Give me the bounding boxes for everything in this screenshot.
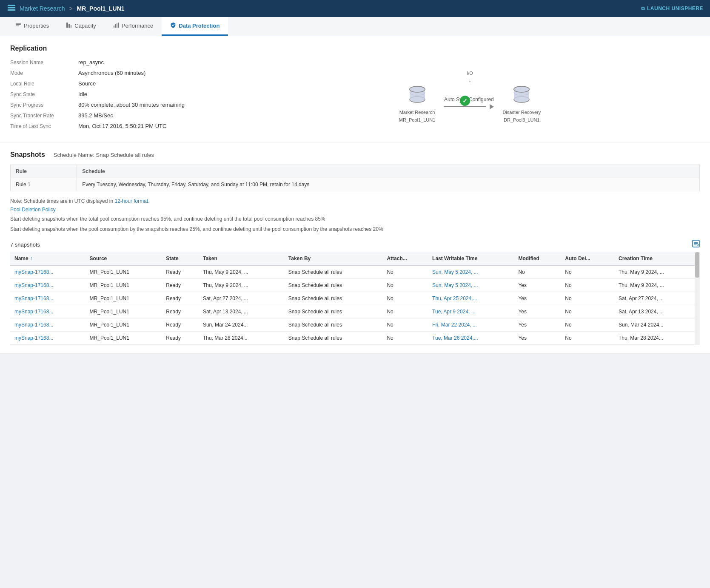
tab-performance[interactable]: Performance <box>105 17 162 36</box>
launch-label: LAUNCH UNISPHERE <box>647 6 703 11</box>
data-table-header-creation-time: Creation Time <box>614 252 700 266</box>
snap-source-cell: MR_Pool1_LUN1 <box>86 332 162 345</box>
top-bar: Market Research > MR_Pool1_LUN1 ⧉ LAUNCH… <box>0 0 710 17</box>
snapshots-header: Snapshots Schedule Name: Snap Schedule a… <box>10 151 700 159</box>
breadcrumb-parent[interactable]: Market Research <box>20 5 65 12</box>
table-row[interactable]: mySnap-17168...MR_Pool1_LUN1ReadyThu, Ma… <box>10 265 700 279</box>
snap-col-rule: Rule <box>11 165 77 178</box>
dest-db-name: Disaster Recovery <box>502 110 541 115</box>
snap-taken-cell: Thu, May 9 2024, ... <box>199 265 284 279</box>
svg-rect-8 <box>71 25 71 28</box>
io-label: I/O <box>467 71 473 76</box>
breadcrumb-current: MR_Pool1_LUN1 <box>77 5 125 12</box>
replication-body: Session Name rep_async Mode Asynchronous… <box>10 59 700 134</box>
snap-taken-cell: Sat, Apr 27 2024, ... <box>199 292 284 305</box>
dest-db-lun: DR_Pool3_LUN1 <box>504 117 539 122</box>
tab-capacity[interactable]: Capacity <box>57 17 105 36</box>
field-value: 80% complete, about 30 minutes remaining <box>78 102 185 108</box>
replication-fields: Session Name rep_async Mode Asynchronous… <box>10 59 223 134</box>
snap-modified-cell: Yes <box>514 318 561 332</box>
snap-state-cell: Ready <box>162 265 199 279</box>
table-row[interactable]: mySnap-17168...MR_Pool1_LUN1ReadyThu, Ma… <box>10 279 700 292</box>
snap-creation-cell: Thu, May 9 2024, ... <box>614 279 700 292</box>
snap-taken-cell: Thu, Mar 28 2024... <box>199 332 284 345</box>
data-table-header-attach---: Attach... <box>382 252 428 266</box>
source-db-name: Market Research <box>399 110 435 115</box>
snap-attached-cell: No <box>382 279 428 292</box>
table-row[interactable]: mySnap-17168...MR_Pool1_LUN1ReadySat, Ap… <box>10 292 700 305</box>
replication-field-row: Time of Last Sync Mon, Oct 17 2016, 5:50… <box>10 123 223 129</box>
io-arrow: ↓ <box>468 77 471 83</box>
data-protection-tab-icon <box>170 22 176 29</box>
tab-capacity-label: Capacity <box>74 23 96 29</box>
breadcrumb-separator: > <box>69 5 72 12</box>
data-table-header-auto-del---: Auto Del... <box>561 252 614 266</box>
snap-name-cell[interactable]: mySnap-17168... <box>10 332 86 345</box>
snap-modified-cell: No <box>514 265 561 279</box>
snap-modified-cell: Yes <box>514 305 561 318</box>
svg-point-22 <box>514 86 529 92</box>
source-db-lun: MR_Pool1_LUN1 <box>399 117 436 122</box>
dest-db-node: Disaster Recovery DR_Pool3_LUN1 <box>502 83 541 122</box>
tab-properties[interactable]: Properties <box>7 17 57 36</box>
table-row[interactable]: mySnap-17168...MR_Pool1_LUN1ReadyThu, Ma… <box>10 332 700 345</box>
properties-tab-icon <box>15 22 21 29</box>
data-table-header-last-writable-time: Last Writable Time <box>428 252 514 266</box>
data-table-header-name[interactable]: Name↑ <box>10 252 86 266</box>
snap-name-cell[interactable]: mySnap-17168... <box>10 305 86 318</box>
snap-lastwritable-cell[interactable]: Fri, Mar 22 2024, ... <box>428 318 514 332</box>
field-label: Sync Transfer Rate <box>10 113 78 119</box>
sync-check-icon: ✓ <box>460 96 470 106</box>
tab-data-protection-label: Data Protection <box>179 23 220 29</box>
sync-arrow: Auto Sync Configured ✓ <box>444 97 494 109</box>
snap-name-cell[interactable]: mySnap-17168... <box>10 292 86 305</box>
svg-rect-7 <box>68 24 70 28</box>
scroll-indicator[interactable] <box>695 252 700 345</box>
svg-rect-0 <box>8 5 15 6</box>
sort-arrow-icon: ↑ <box>30 256 33 261</box>
performance-tab-icon <box>113 22 119 29</box>
snap-modified-cell: Yes <box>514 332 561 345</box>
dest-db-icon <box>510 83 533 107</box>
replication-field-row: Sync Transfer Rate 395.2 MB/Sec <box>10 112 223 119</box>
snap-lastwritable-cell[interactable]: Tue, Mar 26 2024,... <box>428 332 514 345</box>
svg-rect-5 <box>16 26 19 26</box>
tab-bar: Properties Capacity Performance <box>0 17 710 36</box>
field-value: 395.2 MB/Sec <box>78 112 113 119</box>
snap-name-cell[interactable]: mySnap-17168... <box>10 318 86 332</box>
launch-unisphere-button[interactable]: ⧉ LAUNCH UNISPHERE <box>641 6 703 11</box>
table-row[interactable]: mySnap-17168...MR_Pool1_LUN1ReadySun, Ma… <box>10 318 700 332</box>
snap-lastwritable-cell[interactable]: Thu, Apr 25 2024,... <box>428 292 514 305</box>
snap-takenby-cell: Snap Schedule all rules <box>284 318 383 332</box>
arrow-body: ✓ <box>444 106 486 107</box>
snap-name-cell[interactable]: mySnap-17168... <box>10 279 86 292</box>
table-row[interactable]: mySnap-17168...MR_Pool1_LUN1ReadySat, Ap… <box>10 305 700 318</box>
snap-lastwritable-cell[interactable]: Sun, May 5 2024, ... <box>428 279 514 292</box>
field-value: rep_async <box>78 59 104 65</box>
export-icon[interactable] <box>692 240 700 249</box>
note-text: Note: Schedule times are in UTC displaye… <box>10 197 700 205</box>
snap-takenby-cell: Snap Schedule all rules <box>284 292 383 305</box>
svg-point-17 <box>410 86 425 92</box>
snap-lastwritable-cell[interactable]: Tue, Apr 9 2024, ... <box>428 305 514 318</box>
snap-attached-cell: No <box>382 305 428 318</box>
svg-rect-9 <box>114 26 114 28</box>
replication-section: Replication Session Name rep_async Mode … <box>0 36 710 142</box>
source-db-node: Market Research MR_Pool1_LUN1 <box>399 83 436 122</box>
snap-name-cell[interactable]: mySnap-17168... <box>10 265 86 279</box>
snap-state-cell: Ready <box>162 305 199 318</box>
tab-data-protection[interactable]: Data Protection <box>162 17 228 36</box>
replication-field-row: Sync State Idle <box>10 91 223 97</box>
snap-schedule-cell: Every Tuesday, Wednesday, Thursday, Frid… <box>77 178 700 191</box>
field-label: Session Name <box>10 60 78 65</box>
pool-deletion-policy-link[interactable]: Pool Deletion Policy <box>10 207 700 213</box>
field-label: Sync Progress <box>10 102 78 108</box>
scroll-thumb <box>695 252 699 278</box>
snapshots-section: Snapshots Schedule Name: Snap Schedule a… <box>0 142 710 354</box>
svg-rect-10 <box>115 24 116 28</box>
note-link[interactable]: 12-hour format <box>114 198 148 204</box>
snap-lastwritable-cell[interactable]: Sun, May 5 2024, ... <box>428 265 514 279</box>
diagram-row: Market Research MR_Pool1_LUN1 Auto Sync … <box>399 83 541 122</box>
data-table-header-source: Source <box>86 252 162 266</box>
snapshots-count: 7 snapshots <box>10 241 40 248</box>
